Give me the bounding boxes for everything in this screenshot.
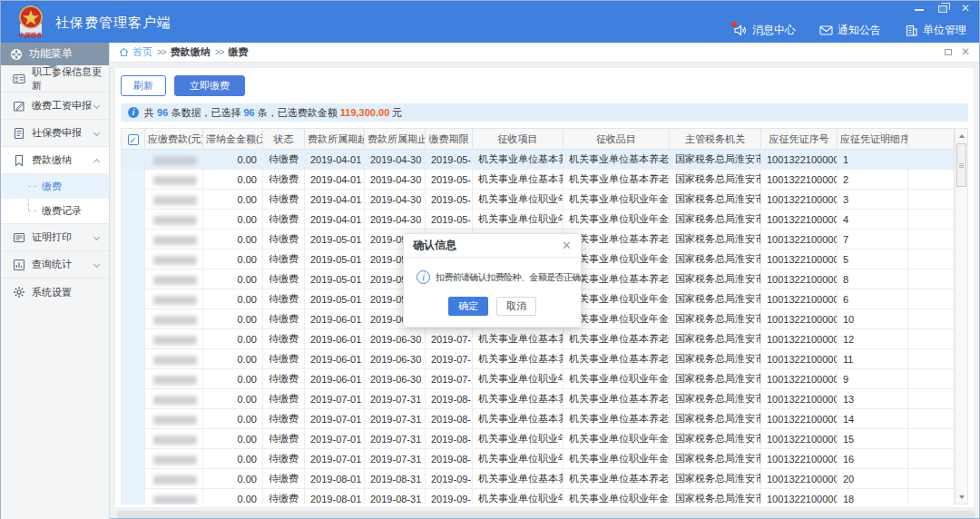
cell-period_start: 2019-06-01: [305, 369, 365, 389]
sidebar-item-certificate-printing[interactable]: 证明打印: [1, 224, 109, 251]
dialog-close-icon[interactable]: ✕: [562, 240, 572, 251]
row-select-cell[interactable]: [122, 210, 145, 230]
cell-status: 待缴费: [263, 190, 305, 210]
restore-icon[interactable]: [937, 4, 948, 13]
chevron-down-icon: [93, 234, 100, 240]
row-select-cell[interactable]: [122, 269, 145, 289]
cell-levy_item: 机关事业单位基本养老保险费: [473, 409, 564, 429]
refresh-button[interactable]: 刷新: [121, 75, 166, 96]
vertical-scrollbar[interactable]: [955, 128, 968, 504]
horizontal-scrollbar[interactable]: [117, 511, 975, 518]
table-row[interactable]: 0.00待缴费2019-06-012019-06-302019-07-15机关事…: [122, 349, 955, 369]
certificate-icon: [13, 231, 25, 244]
cell-levy_subitem: 机关事业单位基本养老保险...: [564, 409, 670, 429]
row-select-cell[interactable]: [122, 230, 145, 250]
table-row[interactable]: 0.00待缴费2019-04-012019-04-302019-05-15机关事…: [122, 210, 955, 230]
row-select-cell[interactable]: [122, 150, 145, 170]
sidebar-item-system-settings[interactable]: 系统设置: [1, 279, 109, 306]
cell-levy_subitem: 机关事业单位职业年金（单...: [564, 429, 670, 449]
table-row[interactable]: 0.00待缴费2019-07-012019-07-312019-08-15机关事…: [122, 429, 955, 449]
table-row[interactable]: 0.00待缴费2019-07-012019-07-312019-08-15机关事…: [122, 409, 955, 429]
table-row[interactable]: 0.00待缴费2019-04-012019-04-302019-05-15机关事…: [122, 170, 955, 190]
cell-late_fee: 0.00: [203, 289, 263, 309]
table-row[interactable]: 0.00待缴费2019-07-012019-07-312019-08-15机关事…: [122, 389, 955, 409]
cell-period_start: 2019-06-01: [305, 349, 365, 369]
row-select-cell[interactable]: [122, 429, 145, 449]
cell-deadline: 2019-05-15: [426, 150, 473, 170]
select-all-checkbox[interactable]: ✓: [128, 134, 139, 145]
table-row[interactable]: 0.00待缴费2019-06-012019-06-302019-07-15机关事…: [122, 369, 955, 389]
panel-close-icon[interactable]: ✕: [961, 46, 970, 58]
redacted-amount: [153, 256, 197, 265]
cell-filler: [908, 150, 955, 170]
row-select-cell[interactable]: [122, 449, 145, 469]
horizontal-scrollbar-thumb[interactable]: [117, 511, 975, 518]
table-row[interactable]: 0.00待缴费2019-06-012019-06-302019-07-15机关事…: [122, 329, 955, 349]
gear-icon: [13, 286, 25, 299]
cell-deadline: 2019-07-15: [426, 369, 473, 389]
cell-filler: [908, 210, 955, 230]
cell-period_start: 2019-04-01: [305, 210, 365, 230]
close-icon[interactable]: ✕: [961, 4, 972, 13]
breadcrumb-home[interactable]: 首页: [119, 45, 152, 59]
sidebar-subitem-payment-records[interactable]: 缴费记录: [1, 199, 109, 223]
cancel-button[interactable]: 取消: [496, 297, 536, 316]
row-select-cell[interactable]: [122, 489, 145, 505]
cell-filler: [908, 309, 955, 329]
cell-period_start: 2019-07-01: [305, 389, 365, 409]
cell-filler: [908, 230, 955, 250]
table-row[interactable]: 0.00待缴费2019-08-012019-08-312019-09-15机关事…: [122, 489, 955, 505]
cell-tax_authority: 国家税务总局淮安市税务局...: [670, 369, 761, 389]
cell-tax_authority: 国家税务总局淮安市税务局...: [670, 190, 761, 210]
scroll-down-icon[interactable]: [956, 491, 967, 503]
row-select-cell[interactable]: [122, 409, 145, 429]
sidebar-item-employee-info-update[interactable]: 职工参保信息更新: [1, 65, 109, 93]
scroll-up-icon[interactable]: [956, 130, 967, 142]
sidebar-item-query-statistics[interactable]: 查询统计: [1, 251, 109, 279]
row-select-cell[interactable]: [122, 289, 145, 309]
row-select-cell[interactable]: [122, 469, 145, 489]
cell-tax_authority: 国家税务总局淮安市税务局...: [670, 489, 761, 505]
row-select-cell[interactable]: [122, 369, 145, 389]
row-select-cell[interactable]: [122, 190, 145, 210]
menu-notices[interactable]: 通知公告: [819, 23, 881, 38]
sidebar-item-fee-payment[interactable]: 费款缴纳: [1, 147, 109, 174]
cell-deadline: 2019-05-15: [426, 170, 473, 190]
cell-period_start: 2019-08-01: [305, 469, 365, 489]
minimize-icon[interactable]: [914, 4, 925, 13]
sidebar-item-wage-declaration[interactable]: 缴费工资申报: [1, 93, 109, 120]
confirm-button[interactable]: 确定: [448, 297, 488, 316]
cell-period_end: 2019-08-31: [365, 469, 426, 489]
menu-unit-management[interactable]: 单位管理: [905, 23, 966, 38]
cell-voucher_no: 1001322100000073...: [761, 230, 838, 250]
row-select-cell[interactable]: [122, 309, 145, 329]
row-select-cell[interactable]: [122, 329, 145, 349]
table-row[interactable]: 0.00待缴费2019-04-012019-04-302019-05-15机关事…: [122, 150, 955, 170]
edit-icon: [13, 100, 25, 113]
redacted-amount: [153, 455, 197, 465]
row-select-cell[interactable]: [122, 349, 145, 369]
panel-maximize-icon[interactable]: [945, 49, 952, 55]
table-row[interactable]: 0.00待缴费2019-08-012019-08-312019-09-15机关事…: [122, 469, 955, 489]
cell-levy_item: 机关事业单位基本养老保险费: [473, 150, 564, 170]
row-select-cell[interactable]: [122, 389, 145, 409]
column-header-period_end: 费款所属期止: [365, 129, 426, 150]
row-select-cell[interactable]: [122, 250, 145, 269]
cell-late_fee: 0.00: [203, 250, 263, 269]
cell-tax_authority: 国家税务总局淮安市税务局...: [670, 409, 761, 429]
column-header-amount: 应缴费款(元): [145, 129, 203, 150]
sidebar-subitem-pay[interactable]: 缴费: [1, 174, 109, 199]
breadcrumb-item: 缴费: [228, 45, 248, 59]
row-select-cell[interactable]: [122, 170, 145, 190]
cell-period_start: 2019-04-01: [305, 150, 365, 170]
cell-levy_subitem: 机关事业单位基本养老保险...: [564, 469, 670, 489]
breadcrumb-separator: >>: [215, 47, 224, 57]
table-row[interactable]: 0.00待缴费2019-07-012019-07-312019-08-15机关事…: [122, 449, 955, 469]
table-row[interactable]: 0.00待缴费2019-04-012019-04-302019-05-15机关事…: [122, 190, 955, 210]
redacted-amount: [153, 495, 197, 504]
sidebar-item-social-insurance-declaration[interactable]: 社保费申报: [1, 120, 109, 147]
cell-status: 待缴费: [263, 309, 305, 329]
pay-now-button[interactable]: 立即缴费: [174, 75, 245, 96]
menu-message-center[interactable]: 消息中心: [734, 23, 796, 38]
scrollbar-thumb[interactable]: [956, 143, 966, 187]
